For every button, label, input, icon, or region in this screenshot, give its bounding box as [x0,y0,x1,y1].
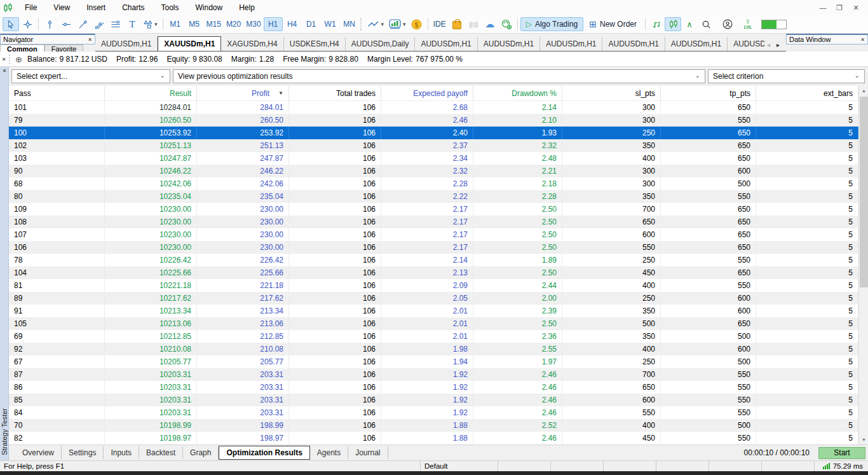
table-row[interactable]: 6810242.06242.061062.282.183005005 [9,177,858,190]
tester-tab-journal[interactable]: Journal [348,446,388,459]
new-order-button[interactable]: New Order [583,17,642,31]
market-bag-icon[interactable] [449,17,465,31]
table-row[interactable]: 7010198.99198.991061.882.524005005 [9,419,858,432]
horizontal-line-tool-button[interactable] [58,17,74,31]
broadcast-icon[interactable]: ((o)) [465,17,482,31]
chart-tab[interactable]: USDKESm,H4 [284,37,346,51]
table-row[interactable]: 10910230.00230.001062.172.507006505 [9,203,858,216]
scroll-tabs-left-icon[interactable] [767,41,770,48]
timeframe-m15[interactable]: M15 [204,17,224,31]
timeframe-m30[interactable]: M30 [243,17,263,31]
column-header-result[interactable]: Result [105,86,197,100]
navigator-tab-favorite[interactable]: Favorite [44,45,84,52]
cursor-tool-button[interactable] [3,17,19,31]
criterion-select[interactable]: Select criterion [708,69,865,83]
column-header-ext-bars[interactable]: ext_bars [756,86,858,100]
column-header-pass[interactable]: Pass [9,86,105,100]
table-row[interactable]: 8910217.62217.621062.052.002506005 [9,292,858,305]
timeframe-m1[interactable]: M1 [166,17,185,31]
table-row[interactable]: 10210251.13251.131062.372.323506505 [9,139,858,152]
table-row[interactable]: 7910260.50260.501062.462.103005505 [9,114,858,127]
signals-icon[interactable] [498,17,515,31]
scroll-down-icon[interactable] [859,435,868,444]
column-header-drawdown-[interactable]: Drawdown % [473,86,562,100]
chart-tab[interactable]: XAUUSDm,H1 [158,36,221,51]
column-header-tp-pts[interactable]: tp_pts [661,86,756,100]
table-row[interactable]: 10410225.66225.661062.132.504506505 [9,266,858,279]
column-header-expected-payoff[interactable]: Expected payoff [381,86,473,100]
chart-tab[interactable]: AUDUSDm,H1 [540,37,602,51]
chart-tab[interactable]: AUDUSDm,H1 [95,37,158,51]
table-row[interactable]: 10510213.06213.061062.012.505006505 [9,317,858,330]
table-row[interactable]: 8010235.04235.041062.222.283505505 [9,190,858,203]
level-up-button[interactable]: ⇧ LVL [740,17,756,31]
shapes-tool-button[interactable] [140,17,160,31]
candlestick-chart-button[interactable] [665,17,681,31]
timeframe-w1[interactable]: W1 [321,17,340,31]
tester-tab-settings[interactable]: Settings [62,446,104,459]
table-row[interactable]: 10010253.92253.921062.401.932506505 [9,127,858,139]
chart-tab[interactable]: AUDUSDm,H1 [478,37,540,51]
restore-button[interactable] [831,4,848,12]
data-window-titlebar[interactable]: Data Window [786,34,868,45]
menu-window[interactable]: Window [187,0,231,15]
table-row[interactable]: 8610203.31203.311061.922.466505505 [9,381,858,394]
chart-tab[interactable]: AUDUSDm,H1 [602,37,665,51]
timeframe-h1[interactable]: H1 [264,17,283,31]
column-header-sl-pts[interactable]: sl_pts [562,86,661,100]
table-row[interactable]: 9010246.22246.221062.322.213006005 [9,165,858,177]
menu-insert[interactable]: Insert [78,0,114,15]
menu-charts[interactable]: Charts [114,0,153,15]
tester-close-icon[interactable] [0,67,9,74]
table-row[interactable]: 10110284.01284.011062.682.143006505 [9,101,858,114]
ide-button[interactable]: IDE [431,17,449,31]
connection-section[interactable]: 75.29 ms [815,461,868,471]
scroll-up-icon[interactable] [859,86,868,95]
chart-tab[interactable]: AUDUSDm,H1 [415,37,477,51]
channel-tool-button[interactable] [91,17,107,31]
menu-file[interactable]: File [17,0,45,15]
navigator-titlebar[interactable]: Navigator [0,34,95,45]
table-row[interactable]: 8110221.18221.181062.092.444005505 [9,279,858,292]
data-window-close-icon[interactable] [860,37,865,43]
profile-section[interactable]: Default [421,461,498,471]
close-button[interactable] [848,4,864,12]
results-view-select[interactable]: View previous optimization results [173,69,705,83]
algo-trading-button[interactable]: ▷ Algo Trading [520,17,584,31]
scrollbar-thumb[interactable] [860,97,868,287]
tester-tab-backtest[interactable]: Backtest [139,446,183,459]
fibonacci-tool-button[interactable] [107,17,124,31]
line-studies-button[interactable] [365,17,387,31]
table-row[interactable]: 8410203.31203.311061.922.465505505 [9,406,858,419]
menu-help[interactable]: Help [231,0,263,15]
line-chart-button[interactable]: ∧ [681,17,698,31]
timeframe-m5[interactable]: M5 [185,17,204,31]
start-button[interactable]: Start [818,447,865,459]
menu-view[interactable]: View [45,0,78,15]
expand-icon[interactable] [15,55,22,64]
crosshair-tool-button[interactable] [19,17,36,31]
chart-tab[interactable]: AUDUSDm,H1 [665,37,728,51]
scroll-tabs-right-icon[interactable] [776,41,780,48]
timeframe-h4[interactable]: H4 [283,17,302,31]
table-row[interactable]: 10610230.00230.001062.172.505506505 [9,241,858,254]
cloud-icon[interactable] [482,17,498,31]
navigator-close-icon[interactable] [88,37,92,43]
column-header-profit[interactable]: Profit [197,86,289,100]
vertical-scrollbar[interactable] [858,86,868,444]
table-row[interactable]: 6710205.77205.771061.941.972505005 [9,355,858,368]
text-tool-button[interactable]: T [124,17,140,31]
navigator-tab-common[interactable]: Common [0,45,44,52]
tester-tab-overview[interactable]: Overview [15,446,62,459]
table-row[interactable]: 8710203.31203.311061.922.467005505 [9,368,858,381]
tester-tab-inputs[interactable]: Inputs [104,446,139,459]
table-row[interactable]: 7810226.42226.421062.141.892505505 [9,254,858,266]
trendline-tool-button[interactable] [74,17,91,31]
table-row[interactable]: 10310247.87247.871062.342.484006505 [9,152,858,165]
tick-chart-button[interactable] [648,17,665,31]
table-row[interactable]: 8210198.97198.971061.882.464505505 [9,432,858,444]
chart-tab[interactable]: AUDUSDm, [728,37,764,51]
currency-button[interactable]: $ [409,17,425,31]
tester-tab-agents[interactable]: Agents [310,446,348,459]
column-header-total-trades[interactable]: Total trades [289,86,381,100]
